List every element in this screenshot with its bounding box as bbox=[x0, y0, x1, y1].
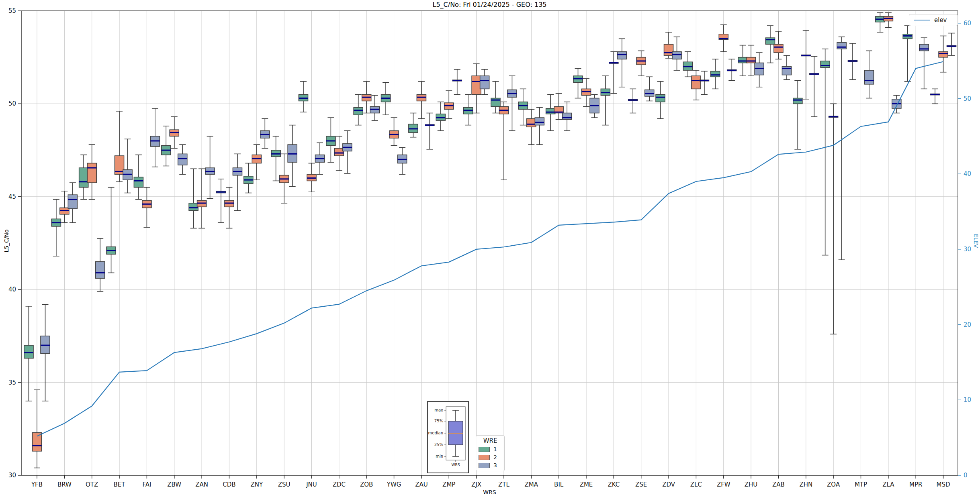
x-tick-label-OTZ: OTZ bbox=[86, 481, 98, 488]
box-ZDV-wre2 bbox=[664, 44, 673, 55]
plot-canvas: 3035404550550102030405060YFBBRWOTZBETFAI… bbox=[0, 0, 980, 497]
x-tick-label-ZSU: ZSU bbox=[278, 481, 291, 488]
x-tick-label-ZDV: ZDV bbox=[662, 481, 675, 488]
y-left-tick-label: 55 bbox=[8, 7, 16, 14]
y-right-tick-label: 20 bbox=[964, 321, 971, 328]
x-tick-label-ZLC: ZLC bbox=[690, 481, 702, 488]
x-tick-label-ZAU: ZAU bbox=[415, 481, 428, 488]
y-right-tick-label: 40 bbox=[964, 170, 971, 177]
box-FAI-wre1 bbox=[134, 177, 143, 187]
x-tick-label-FAI: FAI bbox=[142, 481, 151, 488]
box-ZDC-wre2 bbox=[334, 148, 344, 156]
box-BIL-wre1 bbox=[546, 108, 555, 114]
box-ZTL-wre1 bbox=[491, 98, 500, 107]
y-axis-label-right: ELEV bbox=[973, 221, 979, 261]
box-ZKC-wre3 bbox=[617, 52, 626, 59]
y-right-tick-label: 30 bbox=[964, 246, 971, 253]
box-ZBW-wre3 bbox=[178, 154, 187, 165]
wre-legend-item-3: 3 bbox=[479, 462, 502, 468]
explainer-label-median: median bbox=[428, 431, 444, 435]
y-right-tick-label: 10 bbox=[964, 396, 971, 403]
x-axis-label: WRS bbox=[21, 489, 958, 495]
wre-legend: WRE 1 2 3 bbox=[476, 435, 505, 471]
wre-legend-title: WRE bbox=[479, 437, 502, 444]
wre1-label: 1 bbox=[493, 446, 497, 452]
x-tick-label-ZHU: ZHU bbox=[745, 481, 758, 488]
box-ZOA-wre1 bbox=[820, 61, 830, 67]
x-tick-label-BET: BET bbox=[114, 481, 126, 488]
box-ZJX-wre3 bbox=[480, 76, 489, 89]
y-right-tick-label: 0 bbox=[964, 472, 968, 479]
box-ZHU-wre2 bbox=[747, 57, 756, 63]
wre2-label: 2 bbox=[493, 454, 497, 460]
box-ZFW-wre1 bbox=[711, 71, 720, 77]
y-right-tick-label: 50 bbox=[964, 95, 971, 102]
x-tick-label-YFB: YFB bbox=[31, 481, 43, 488]
wre3-color-chip bbox=[479, 463, 490, 468]
y-left-tick-label: 45 bbox=[8, 193, 16, 200]
wre2-color-chip bbox=[479, 455, 490, 460]
box-ZHU-wre1 bbox=[738, 57, 747, 63]
box-ZAB-wre3 bbox=[782, 67, 791, 75]
elev-line bbox=[37, 62, 943, 436]
box-OTZ-wre2 bbox=[87, 163, 96, 183]
x-tick-label-CDB: CDB bbox=[223, 481, 235, 488]
box-MPR-wre3 bbox=[919, 44, 929, 51]
x-tick-label-ZHN: ZHN bbox=[799, 481, 812, 488]
x-tick-label-JNU: JNU bbox=[306, 481, 317, 488]
elev-legend-line-sample bbox=[914, 20, 930, 20]
box-ZDV-wre3 bbox=[672, 52, 681, 59]
x-tick-label-ZOA: ZOA bbox=[827, 481, 840, 488]
box-ZOA-wre3 bbox=[837, 43, 846, 49]
box-ZMA-wre3 bbox=[535, 118, 544, 125]
x-tick-label-ZKC: ZKC bbox=[608, 481, 620, 488]
box-YFB-wre2 bbox=[33, 433, 42, 451]
box-ZHN-wre1 bbox=[793, 98, 802, 104]
box-ZOB-wre1 bbox=[354, 108, 363, 115]
x-tick-label-ZMA: ZMA bbox=[525, 481, 538, 488]
x-tick-label-MTP: MTP bbox=[855, 481, 867, 488]
x-tick-label-ZDC: ZDC bbox=[333, 481, 346, 488]
x-tick-label-MSD: MSD bbox=[937, 481, 950, 488]
explainer-xlabel: WRS bbox=[452, 463, 460, 467]
y-axis-label-left: L5_C/No bbox=[3, 221, 10, 261]
explainer-label-min: min bbox=[436, 454, 443, 458]
x-tick-label-ZLA: ZLA bbox=[882, 481, 894, 488]
y-left-tick-label: 30 bbox=[8, 472, 16, 479]
box-ZAN-wre1 bbox=[189, 203, 198, 211]
x-tick-label-BIL: BIL bbox=[554, 481, 564, 488]
explainer-label-75%: 75% bbox=[434, 419, 443, 423]
elev-legend: elev bbox=[909, 14, 958, 26]
x-tick-label-MPR: MPR bbox=[909, 481, 922, 488]
wre3-label: 3 bbox=[493, 462, 497, 468]
x-tick-label-ZME: ZME bbox=[580, 481, 593, 488]
x-tick-label-BRW: BRW bbox=[57, 481, 72, 488]
x-tick-label-ZMP: ZMP bbox=[442, 481, 455, 488]
box-ZAB-wre1 bbox=[765, 38, 775, 44]
x-tick-label-ZAN: ZAN bbox=[195, 481, 208, 488]
x-tick-label-YWG: YWG bbox=[387, 481, 401, 488]
box-MTP-wre3 bbox=[865, 70, 874, 84]
box-ZMA-wre2 bbox=[527, 118, 536, 127]
y-left-tick-label: 40 bbox=[8, 286, 16, 293]
x-tick-label-ZJX: ZJX bbox=[471, 481, 481, 488]
wre-legend-item-2: 2 bbox=[479, 454, 502, 460]
box-ZDV-wre1 bbox=[656, 94, 665, 102]
x-tick-label-ZBW: ZBW bbox=[167, 481, 181, 488]
plot-frame bbox=[21, 11, 958, 475]
chart-title: L5_C/No: Fri 01/24/2025 - GEO: 135 bbox=[21, 1, 958, 8]
elev-legend-label: elev bbox=[934, 16, 947, 24]
x-tick-label-ZOB: ZOB bbox=[360, 481, 373, 488]
x-tick-label-ZFW: ZFW bbox=[717, 481, 730, 488]
box-OTZ-wre3 bbox=[96, 262, 105, 279]
box-BRW-wre3 bbox=[68, 195, 77, 209]
wre1-color-chip bbox=[479, 447, 490, 452]
y-left-tick-label: 50 bbox=[8, 100, 16, 107]
box-ZLC-wre2 bbox=[692, 76, 701, 89]
x-tick-label-ZAB: ZAB bbox=[772, 481, 785, 488]
wre-legend-item-1: 1 bbox=[479, 446, 502, 452]
box-ZJX-wre2 bbox=[472, 76, 481, 94]
y-left-tick-label: 35 bbox=[8, 379, 16, 386]
box-BIL-wre3 bbox=[563, 113, 572, 120]
y-right-tick-label: 60 bbox=[964, 20, 971, 27]
